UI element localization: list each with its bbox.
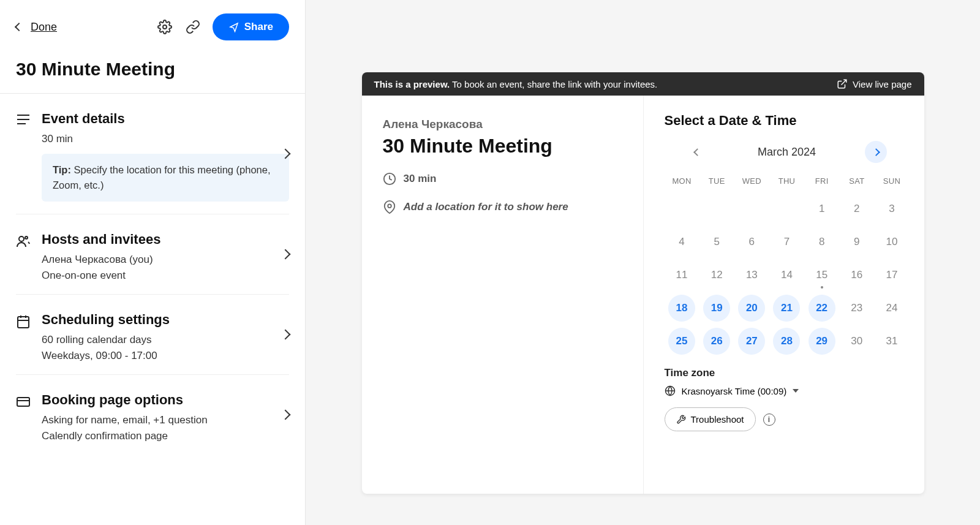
calendar-icon bbox=[16, 314, 32, 329]
calendar-day-available[interactable]: 25 bbox=[665, 327, 699, 356]
timezone-label: Time zone bbox=[665, 367, 910, 379]
calendar-day-available[interactable]: 22 bbox=[804, 293, 839, 323]
caret-down-icon bbox=[793, 389, 799, 393]
calendar-day: 17 bbox=[874, 260, 909, 290]
preview-duration: 30 min bbox=[404, 173, 437, 185]
section-scheduling-settings[interactable]: Scheduling settings 60 rolling calendar … bbox=[16, 295, 289, 375]
calendar-day: 12 bbox=[699, 260, 734, 290]
section-title: Hosts and invitees bbox=[42, 232, 289, 247]
timezone-selector[interactable]: Krasnoyarsk Time (00:09) bbox=[665, 385, 910, 396]
prev-month-button[interactable] bbox=[687, 141, 709, 163]
preview-meeting-title: 30 Minute Meeting bbox=[383, 135, 622, 157]
banner-bold: This is a preview. bbox=[374, 79, 450, 89]
share-icon bbox=[228, 21, 239, 32]
globe-icon bbox=[665, 385, 676, 396]
page-title: 30 Minute Meeting bbox=[16, 59, 289, 93]
share-label: Share bbox=[244, 21, 273, 33]
calendar-day: 14 bbox=[769, 260, 804, 290]
preview-info-panel: Алена Черкасова 30 Minute Meeting 30 min… bbox=[362, 96, 644, 494]
calendar-day: 30 bbox=[839, 327, 874, 356]
preview-host-name: Алена Черкасова bbox=[383, 118, 622, 131]
calendar-day: 6 bbox=[734, 227, 769, 257]
calendar-day: 4 bbox=[665, 227, 699, 257]
calendar-day: 31 bbox=[874, 327, 909, 356]
calendar-day-available[interactable]: 21 bbox=[769, 293, 804, 323]
section-title: Scheduling settings bbox=[42, 312, 289, 328]
calendar-day-available[interactable]: 18 bbox=[665, 293, 699, 323]
calendar-day-available[interactable]: 27 bbox=[734, 327, 769, 356]
today-indicator-icon bbox=[821, 286, 823, 289]
svg-point-14 bbox=[388, 204, 391, 208]
troubleshoot-label: Troubleshoot bbox=[691, 414, 744, 425]
copy-link-button[interactable] bbox=[184, 18, 202, 36]
calendar-day: 23 bbox=[839, 293, 874, 323]
day-of-week-header: SAT bbox=[839, 172, 874, 191]
section-hosts-invitees[interactable]: Hosts and invitees Алена Черкасова (you)… bbox=[16, 214, 289, 295]
calendar-day: 9 bbox=[839, 227, 874, 257]
calendar-day-available[interactable]: 19 bbox=[699, 293, 734, 323]
calendar-day-available[interactable]: 20 bbox=[734, 293, 769, 323]
next-month-button[interactable] bbox=[865, 141, 887, 163]
preview-card: This is a preview. To book an event, sha… bbox=[362, 72, 924, 494]
lines-icon bbox=[16, 113, 32, 126]
calendar-day-available[interactable]: 28 bbox=[769, 327, 804, 356]
calendar-day: 5 bbox=[699, 227, 734, 257]
calendar-grid: MONTUEWEDTHUFRISATSUN1234567891011121314… bbox=[665, 172, 910, 356]
pin-icon bbox=[383, 200, 396, 214]
calendar-day bbox=[699, 194, 734, 224]
svg-point-5 bbox=[25, 236, 28, 239]
calendar-day: 15 bbox=[804, 260, 839, 290]
calendar-day-available[interactable]: 26 bbox=[699, 327, 734, 356]
card-icon bbox=[16, 395, 32, 409]
share-button[interactable]: Share bbox=[213, 13, 289, 40]
host-name-line: Алена Черкасова (you) bbox=[42, 254, 289, 266]
link-icon bbox=[186, 20, 200, 34]
confirmation-line: Calendly confirmation page bbox=[42, 430, 289, 442]
calendar-day bbox=[665, 194, 699, 224]
calendar-day: 10 bbox=[874, 227, 909, 257]
calendar-day: 13 bbox=[734, 260, 769, 290]
troubleshoot-button[interactable]: Troubleshoot bbox=[665, 407, 756, 431]
info-button[interactable]: i bbox=[763, 414, 775, 426]
svg-point-4 bbox=[19, 236, 24, 241]
view-live-page-button[interactable]: View live page bbox=[837, 78, 911, 89]
svg-line-12 bbox=[842, 80, 846, 85]
calendar-day: 2 bbox=[839, 194, 874, 224]
day-of-week-header: TUE bbox=[699, 172, 734, 191]
calendar-day bbox=[769, 194, 804, 224]
section-title: Event details bbox=[42, 111, 289, 127]
svg-point-0 bbox=[163, 25, 167, 29]
day-of-week-header: FRI bbox=[804, 172, 839, 191]
event-type-line: One-on-one event bbox=[42, 270, 289, 282]
timezone-value: Krasnoyarsk Time (00:09) bbox=[682, 386, 787, 396]
preview-calendar-panel: Select a Date & Time March 2024 MONTUEWE… bbox=[644, 96, 924, 494]
calendar-day: 1 bbox=[804, 194, 839, 224]
banner-text: To book an event, share the link with yo… bbox=[450, 79, 657, 89]
people-icon bbox=[16, 234, 32, 249]
section-event-details[interactable]: Event details 30 min Tip: Specify the lo… bbox=[16, 94, 289, 214]
select-datetime-heading: Select a Date & Time bbox=[665, 113, 910, 129]
chevron-left-icon bbox=[694, 148, 702, 156]
day-of-week-header: THU bbox=[769, 172, 804, 191]
preview-pane: This is a preview. To book an event, sha… bbox=[306, 0, 980, 525]
calendar-day bbox=[734, 194, 769, 224]
editor-panel: Done bbox=[0, 0, 306, 525]
svg-rect-6 bbox=[18, 317, 29, 328]
calendar-day: 8 bbox=[804, 227, 839, 257]
month-label: March 2024 bbox=[758, 146, 816, 159]
section-title: Booking page options bbox=[42, 392, 289, 408]
calendar-day-available[interactable]: 29 bbox=[804, 327, 839, 356]
day-of-week-header: WED bbox=[734, 172, 769, 191]
event-duration: 30 min bbox=[42, 133, 289, 145]
settings-button[interactable] bbox=[156, 18, 173, 36]
section-booking-page-options[interactable]: Booking page options Asking for name, em… bbox=[16, 375, 289, 455]
wrench-icon bbox=[676, 415, 686, 425]
tip-box: Tip: Specify the location for this meeti… bbox=[42, 154, 289, 202]
view-live-label: View live page bbox=[853, 79, 911, 89]
day-of-week-header: MON bbox=[665, 172, 699, 191]
calendar-day: 16 bbox=[839, 260, 874, 290]
date-range-line: 60 rolling calendar days bbox=[42, 334, 289, 346]
done-button[interactable]: Done bbox=[16, 21, 57, 34]
gear-icon bbox=[157, 20, 172, 34]
done-label: Done bbox=[31, 21, 57, 34]
